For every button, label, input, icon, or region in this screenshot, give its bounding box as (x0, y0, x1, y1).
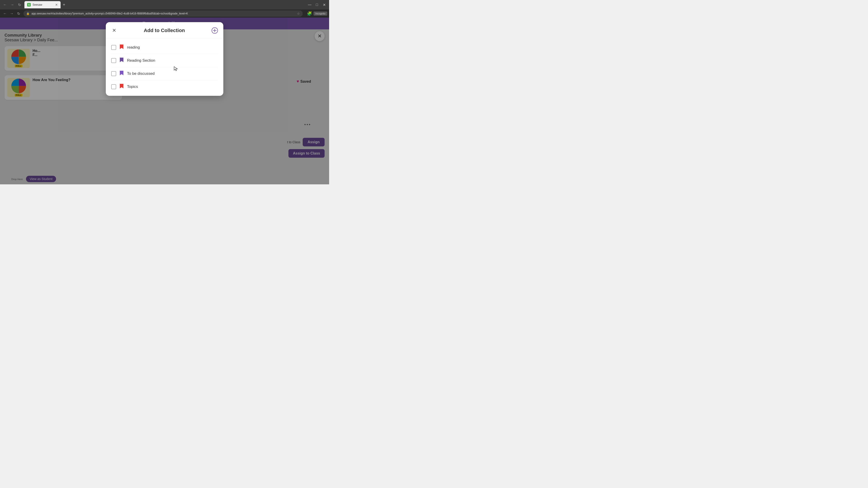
forward-button[interactable]: → (9, 2, 16, 8)
tab-close-button[interactable]: ✕ (55, 3, 58, 6)
collection-item-reading-section: Reading Section (111, 54, 218, 67)
new-tab-button[interactable]: + (61, 2, 67, 7)
modal-body: reading Reading Section (106, 38, 223, 96)
bookmark-star-icon[interactable]: ☆ (297, 12, 300, 15)
address-bar: ← → ↻ 🔒 app.seesaw.me/#/activities/libra… (0, 9, 329, 18)
tab-bar: S Seesaw ✕ + (24, 1, 305, 8)
collection-name-reading: reading (127, 45, 140, 50)
nav-refresh[interactable]: ↻ (16, 10, 22, 17)
refresh-button[interactable]: ↻ (16, 2, 23, 8)
back-button[interactable]: ← (2, 2, 8, 8)
modal-add-collection-button[interactable] (212, 27, 218, 34)
collection-checkbox-reading-section[interactable] (111, 58, 116, 63)
bookmark-icon-reading (119, 44, 124, 51)
collection-checkbox-reading[interactable] (111, 45, 116, 50)
collection-item-reading: reading (111, 41, 218, 54)
url-text: app.seesaw.me/#/activities/library?premi… (31, 12, 295, 15)
browser-actions: 🧩 Incognito (306, 10, 327, 17)
close-window-button[interactable]: ✕ (321, 2, 327, 8)
collection-item-topics: Topics (111, 80, 218, 93)
collection-checkbox-topics[interactable] (111, 84, 116, 89)
modal-header: ✕ Add to Collection (106, 22, 223, 38)
bookmark-icon-topics (119, 84, 124, 90)
window-controls: — □ ✕ (307, 2, 327, 8)
add-to-collection-modal: ✕ Add to Collection (106, 22, 223, 96)
collection-item-to-be-discussed: To be discussed (111, 67, 218, 80)
incognito-indicator: Incognito (313, 11, 327, 15)
collection-name-to-be-discussed: To be discussed (127, 71, 155, 76)
active-tab[interactable]: S Seesaw ✕ (24, 1, 61, 8)
nav-back[interactable]: ← (2, 10, 8, 17)
collection-name-reading-section: Reading Section (127, 58, 155, 63)
nav-forward[interactable]: → (8, 10, 15, 17)
page-background: Resource Library Community Library Seesa… (0, 18, 329, 184)
modal-backdrop: ✕ Add to Collection (0, 18, 329, 184)
lock-icon: 🔒 (26, 12, 30, 15)
modal-close-button[interactable]: ✕ (111, 27, 117, 34)
bookmark-icon-reading-section (119, 57, 124, 64)
collection-checkbox-to-be-discussed[interactable] (111, 71, 116, 76)
browser-nav-controls: ← → ↻ (2, 2, 23, 8)
nav-buttons: ← → ↻ (2, 10, 22, 17)
plus-circle-icon (212, 27, 218, 34)
restore-button[interactable]: □ (314, 2, 320, 8)
tab-favicon: S (27, 3, 31, 6)
modal-title: Add to Collection (117, 28, 212, 33)
tab-label: Seesaw (33, 3, 42, 6)
url-bar[interactable]: 🔒 app.seesaw.me/#/activities/library?pre… (24, 10, 303, 17)
minimize-button[interactable]: — (307, 2, 313, 8)
bookmark-icon-to-be-discussed (119, 70, 124, 77)
extensions-button[interactable]: 🧩 (306, 10, 313, 17)
browser-chrome: ← → ↻ S Seesaw ✕ + — □ ✕ (0, 0, 329, 9)
collection-name-topics: Topics (127, 85, 138, 89)
